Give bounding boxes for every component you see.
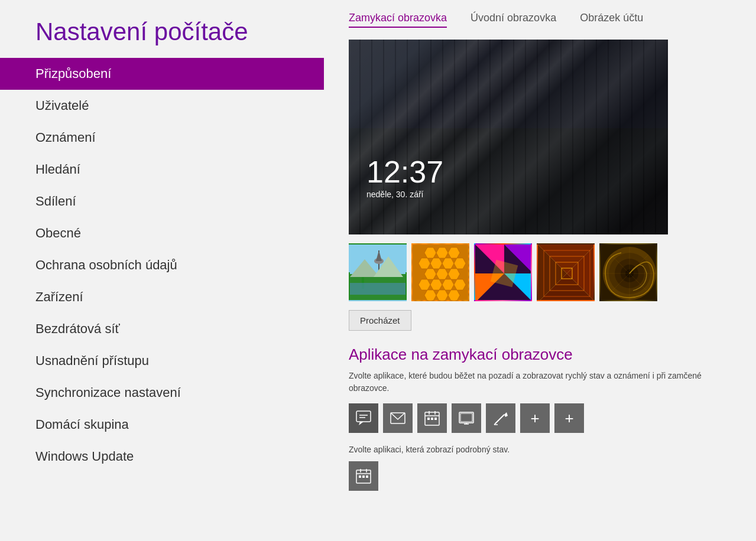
app-icon-chat[interactable] [349,403,378,433]
app-icon-pen[interactable] [486,403,515,433]
sidebar-item-hledani[interactable]: Hledání [0,154,324,185]
apps-section-title: Aplikace na zamykací obrazovce [349,346,744,364]
lock-screen-preview: 12:37 neděle, 30. září [349,40,668,234]
sidebar-item-domaci[interactable]: Domácí skupina [0,409,324,441]
svg-rect-33 [350,283,407,295]
svg-marker-83 [359,422,364,425]
sidebar-item-uzivatele[interactable]: Uživatelé [0,90,324,122]
browse-button[interactable]: Procházet [349,310,411,331]
svg-rect-95 [460,413,472,422]
app-icons-row: + + [349,403,744,433]
sidebar-item-synchronizace[interactable]: Synchronizace nastavení [0,377,324,409]
svg-rect-24 [349,40,668,128]
nav-list: Přizpůsobení Uživatelé Oznámení Hledání … [0,58,324,472]
sidebar-item-ochrana[interactable]: Ochrana osobních údajů [0,249,324,281]
svg-rect-91 [427,418,430,420]
svg-rect-106 [359,475,361,478]
sidebar-item-zarizeni[interactable]: Zařízení [0,281,324,313]
svg-rect-92 [431,418,433,420]
page-title: Nastavení počítače [0,12,324,58]
tabs: Zamykací obrazovka Úvodní obrazovka Obrá… [349,12,744,28]
sidebar-item-prizpusobeni[interactable]: Přizpůsobení [0,58,324,90]
app-icon-detail-calendar[interactable] [349,461,378,491]
thumbnail-4[interactable] [537,243,595,301]
main-content: Zamykací obrazovka Úvodní obrazovka Obrá… [349,12,744,491]
svg-line-98 [495,415,504,423]
clock-time: 12:37 [366,157,443,187]
apps-section: Aplikace na zamykací obrazovce Zvolte ap… [349,346,744,491]
svg-rect-107 [362,475,365,478]
add-plus-icon-2: + [564,409,573,428]
add-plus-icon-1: + [530,409,539,428]
piano-svg [349,40,668,234]
svg-rect-93 [434,418,437,420]
thumbnails [349,243,744,301]
thumbnail-1[interactable] [349,243,407,301]
app-icon-add-2[interactable]: + [554,403,584,433]
sidebar: Nastavení počítače Přizpůsobení Uživatel… [0,0,324,541]
thumbnail-5[interactable] [599,243,657,301]
sidebar-item-bezdratova[interactable]: Bezdrátová síť [0,313,324,345]
tab-zamykaci[interactable]: Zamykací obrazovka [349,12,447,28]
apps-description: Zvolte aplikace, které budou běžet na po… [349,370,744,395]
sidebar-item-oznameni[interactable]: Oznámení [0,122,324,154]
app-icon-add-1[interactable]: + [520,403,550,433]
detail-description: Zvolte aplikaci, která zobrazí podrobný … [349,445,744,454]
sidebar-item-usnadneni[interactable]: Usnadnění přístupu [0,345,324,377]
svg-rect-82 [356,411,371,422]
tab-uvodni[interactable]: Úvodní obrazovka [471,12,556,28]
tab-obrazek[interactable]: Obrázek účtu [580,12,643,28]
svg-rect-108 [366,475,368,478]
clock-overlay: 12:37 neděle, 30. září [366,157,443,199]
thumbnail-3[interactable] [474,243,532,301]
app-icon-video[interactable] [452,403,481,433]
detail-icon-row [349,461,744,491]
sidebar-item-sdileni[interactable]: Sdílení [0,185,324,217]
svg-rect-94 [459,412,473,423]
app-icon-mail[interactable] [383,403,413,433]
sidebar-item-windows-update[interactable]: Windows Update [0,441,324,472]
thumbnail-2[interactable] [411,243,469,301]
app-icon-calendar[interactable] [417,403,447,433]
clock-date: neděle, 30. září [366,190,443,199]
sidebar-item-obecne[interactable]: Obecné [0,217,324,249]
svg-marker-99 [504,412,508,417]
